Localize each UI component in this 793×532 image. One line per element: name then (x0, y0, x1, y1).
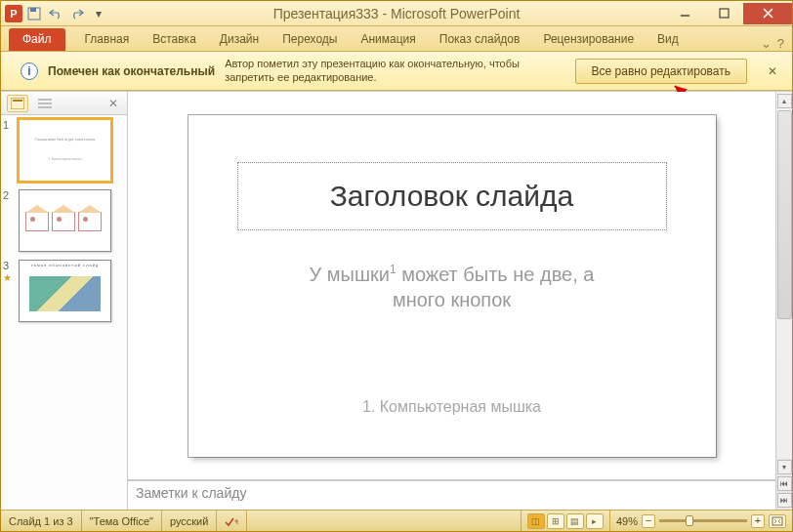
scroll-thumb[interactable] (777, 110, 792, 319)
view-buttons: ◫ ⊞ ▤ ▸ (521, 511, 610, 531)
notes-pane[interactable]: Заметки к слайду (128, 480, 775, 510)
minimize-button[interactable] (665, 3, 704, 24)
vertical-scrollbar[interactable]: ▴ ▾ ⏮ ⏭ (775, 92, 792, 510)
tab-transitions[interactable]: Переходы (271, 28, 349, 51)
close-button[interactable] (743, 3, 792, 24)
titlebar: P ▾ Презентация333 - Microsoft PowerPoin… (1, 1, 792, 26)
undo-icon[interactable] (46, 4, 65, 23)
qat: P ▾ (1, 4, 108, 23)
scroll-up-button[interactable]: ▴ (777, 94, 792, 108)
tab-animations[interactable]: Анимация (349, 28, 427, 51)
slide-counter[interactable]: Слайд 1 из 3 (1, 511, 82, 531)
title-placeholder[interactable]: Заголовок слайда (237, 162, 667, 230)
animation-icon: ★ (3, 272, 12, 283)
message-title: Помечен как окончательный (48, 64, 215, 78)
powerpoint-icon[interactable]: P (5, 5, 22, 22)
slideshow-view-button[interactable]: ▸ (586, 513, 604, 529)
slide-panel: ✕ 1 У мышки может быть не две, а много к… (1, 92, 128, 510)
scroll-track[interactable] (777, 110, 792, 458)
tab-slideshow[interactable]: Показ слайдов (428, 28, 532, 51)
message-text: Автор пометил эту презентацию как оконча… (225, 58, 557, 83)
zoom-slider[interactable] (659, 519, 747, 522)
footnote-text: 1. Компьютерная мышка (237, 398, 667, 416)
svg-text:✎: ✎ (234, 518, 238, 527)
window-title: Презентация333 - Microsoft PowerPoint (273, 6, 521, 21)
ribbon-tabs: Файл Главная Вставка Дизайн Переходы Ани… (1, 26, 792, 52)
zoom-out-button[interactable]: − (642, 514, 655, 528)
svg-rect-5 (11, 98, 24, 109)
maximize-button[interactable] (704, 3, 743, 24)
message-close-icon[interactable]: ✕ (763, 61, 782, 81)
svg-rect-1 (30, 8, 36, 12)
normal-view-button[interactable]: ◫ (527, 513, 545, 529)
qat-customize-icon[interactable]: ▾ (89, 4, 108, 23)
thumb-number: 3★ (3, 260, 15, 322)
slide-canvas[interactable]: Заголовок слайда У мышки1 может быть не … (188, 115, 716, 457)
theme-name[interactable]: "Тема Office" (82, 511, 162, 531)
svg-rect-11 (772, 517, 782, 525)
tab-insert[interactable]: Вставка (141, 28, 208, 51)
tab-design[interactable]: Дизайн (208, 28, 271, 51)
language-indicator[interactable]: русский (162, 511, 217, 531)
slide-thumbnail[interactable]: У мышки может быть не две, а много кнопо… (19, 119, 111, 182)
help-icon[interactable]: ? (777, 36, 784, 51)
file-tab[interactable]: Файл (9, 28, 65, 51)
thumbnail-row: 3★ самая обычнистый слайд (3, 260, 125, 322)
reading-view-button[interactable]: ▤ (566, 513, 584, 529)
thumbnail-row: 1 У мышки может быть не две, а много кно… (3, 119, 125, 182)
thumbnails-list[interactable]: 1 У мышки может быть не две, а много кно… (1, 115, 127, 510)
slide-thumbnail[interactable]: самая обычнистый слайд (19, 260, 111, 322)
tab-view[interactable]: Вид (646, 28, 690, 51)
zoom-slider-thumb[interactable] (686, 515, 693, 526)
zoom-controls: 49% − + (610, 514, 792, 528)
zoom-level[interactable]: 49% (616, 515, 638, 527)
save-icon[interactable] (24, 4, 44, 23)
panel-close-icon[interactable]: ✕ (105, 97, 121, 110)
redo-icon[interactable] (67, 4, 87, 23)
next-slide-button[interactable]: ⏭ (777, 493, 792, 508)
message-bar: i Помечен как окончательный Автор помети… (1, 52, 792, 91)
ribbon-minimize-icon[interactable]: ⌄ (761, 36, 772, 51)
outline-tab-icon[interactable] (34, 95, 56, 112)
fit-to-window-button[interactable] (769, 514, 786, 528)
slides-tab-icon[interactable] (7, 95, 28, 112)
thumbnail-row: 2 (3, 189, 125, 252)
thumb-number: 2 (3, 189, 15, 252)
zoom-in-button[interactable]: + (751, 514, 765, 528)
slide-stage[interactable]: Заголовок слайда У мышки1 может быть не … (128, 92, 775, 480)
app-window: P ▾ Презентация333 - Microsoft PowerPoin… (0, 0, 793, 532)
thumb-number: 1 (3, 119, 15, 182)
statusbar: Слайд 1 из 3 "Тема Office" русский ✎ ◫ ⊞… (1, 510, 792, 531)
svg-rect-3 (720, 9, 729, 18)
svg-rect-6 (13, 100, 22, 102)
editor-area: Заголовок слайда У мышки1 может быть не … (128, 92, 775, 510)
prev-slide-button[interactable]: ⏮ (777, 476, 792, 491)
info-icon: i (21, 62, 38, 80)
tab-home[interactable]: Главная (73, 28, 142, 51)
workarea: ✕ 1 У мышки может быть не две, а много к… (1, 91, 792, 510)
subtitle-text: У мышки1 может быть не две, амного кнопо… (237, 262, 667, 312)
slide-thumbnail[interactable] (19, 189, 111, 252)
sorter-view-button[interactable]: ⊞ (547, 513, 564, 529)
scroll-down-button[interactable]: ▾ (777, 460, 792, 474)
slide-title-text: Заголовок слайда (330, 180, 574, 213)
edit-anyway-button[interactable]: Все равно редактировать (575, 59, 747, 84)
spellcheck-icon[interactable]: ✎ (217, 511, 247, 531)
tab-review[interactable]: Рецензирование (531, 28, 646, 51)
window-controls (665, 3, 792, 24)
panel-header: ✕ (1, 92, 127, 115)
